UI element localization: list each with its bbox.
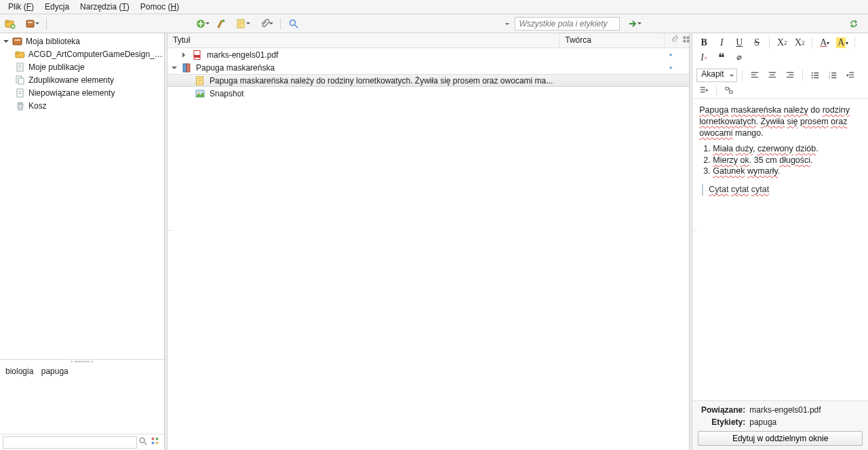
new-library-button[interactable] <box>20 16 41 31</box>
splitter-handle[interactable]: • ••••••• • <box>5 358 159 365</box>
toolbar-separator <box>812 37 812 48</box>
tag-menu-icon[interactable] <box>149 436 161 448</box>
bold-button[interactable]: B <box>696 36 711 50</box>
tags-value[interactable]: papuga <box>749 417 776 427</box>
search-mode-dropdown[interactable] <box>505 17 512 31</box>
toolbar-separator <box>46 18 47 30</box>
column-attachment-icon[interactable] <box>665 33 677 48</box>
column-creator[interactable]: Twórca <box>559 33 665 48</box>
outdent-button[interactable] <box>843 69 858 82</box>
underline-button[interactable]: U <box>732 36 747 50</box>
twisty-icon[interactable] <box>3 38 9 45</box>
twisty-icon[interactable] <box>172 63 177 73</box>
tree-item[interactable]: Moje publikacje <box>0 60 164 73</box>
related-value[interactable]: marks-engels01.pdf <box>749 405 821 415</box>
tree-item[interactable]: Zduplikowane elementy <box>0 73 164 86</box>
align-center-button[interactable] <box>765 69 780 82</box>
tag-item[interactable]: papuga <box>41 367 68 376</box>
tag-filter-input[interactable] <box>3 436 137 449</box>
library-icon <box>12 36 23 47</box>
menu-bar: Plik (F) Edycja Narzędzia (T) Pomoc (H) <box>0 0 868 14</box>
collections-tree[interactable]: Moja biblioteka ACGD_ArtComputerGameDesi… <box>0 33 164 359</box>
italic-button[interactable]: I <box>714 36 729 50</box>
svg-rect-24 <box>687 37 690 39</box>
tag-item[interactable]: biologia <box>5 367 33 376</box>
svg-text:3: 3 <box>829 76 831 79</box>
item-title: Snapshot <box>210 89 553 98</box>
svg-rect-40 <box>726 88 728 90</box>
pdf-icon <box>192 50 203 60</box>
note-list-item: Miała duży, czerwony dziób. <box>713 143 861 155</box>
search-input[interactable] <box>515 17 620 31</box>
menu-tools[interactable]: Narzędzia (T) <box>75 1 135 13</box>
column-picker-icon[interactable] <box>677 33 689 48</box>
tree-item[interactable]: Kosz <box>0 99 164 112</box>
svg-point-8 <box>290 20 296 25</box>
svg-rect-10 <box>14 39 20 41</box>
item-row[interactable]: marks-engels01.pdf ● <box>167 48 689 61</box>
twisty-icon[interactable] <box>182 50 188 60</box>
tree-label: Kosz <box>28 101 47 111</box>
tree-item[interactable]: Niepowiązane elementy <box>0 86 164 99</box>
tree-label: Zduplikowane elementy <box>28 75 114 85</box>
subscript-button[interactable]: X2 <box>774 36 789 50</box>
svg-rect-41 <box>730 91 732 94</box>
menu-help[interactable]: Pomoc (H) <box>135 1 184 13</box>
locate-button[interactable] <box>623 16 643 31</box>
tag-search-icon[interactable] <box>137 436 149 448</box>
svg-rect-28 <box>194 55 200 58</box>
numbered-list-button[interactable]: 123 <box>825 69 840 82</box>
svg-point-18 <box>140 438 144 443</box>
svg-rect-16 <box>17 89 23 97</box>
note-list-item: Mierzy ok. 35 cm długości. <box>713 155 861 166</box>
add-by-identifier-button[interactable] <box>214 16 229 31</box>
toolbar-separator <box>716 85 717 96</box>
indent-button[interactable] <box>696 83 711 97</box>
paragraph-style-select[interactable]: Akapit <box>696 69 737 82</box>
find-button[interactable] <box>722 83 736 97</box>
add-attachment-button[interactable] <box>254 16 275 31</box>
tags-label: Etykiety: <box>698 417 745 427</box>
menu-file[interactable]: Plik (F) <box>3 1 39 13</box>
svg-rect-19 <box>152 438 155 440</box>
align-right-button[interactable] <box>783 69 797 82</box>
item-list[interactable]: marks-engels01.pdf ● Papuga maskareńska … <box>167 48 689 450</box>
new-collection-button[interactable] <box>3 16 18 31</box>
tree-label: Niepowiązane elementy <box>28 88 115 98</box>
edit-in-window-button[interactable]: Edytuj w oddzielnym oknie <box>698 431 863 446</box>
superscript-button[interactable]: X2 <box>792 36 807 50</box>
align-left-button[interactable] <box>747 69 762 82</box>
note-meta: Powiązane: marks-engels01.pdf Etykiety: … <box>692 400 868 450</box>
clear-format-button[interactable]: I× <box>696 51 711 64</box>
note-pane: B I U S X2 X2 A ▾ A ▾ I× ❝ Akapit <box>692 33 868 450</box>
blockquote-button[interactable]: ❝ <box>714 51 729 64</box>
new-note-button[interactable] <box>231 16 252 31</box>
item-row[interactable]: Papuga maskareńska ● <box>167 61 689 74</box>
item-row[interactable]: Papuga maskareńska należy do rodziny lor… <box>167 74 689 87</box>
svg-rect-3 <box>26 20 34 27</box>
tree-item[interactable]: ACGD_ArtComputerGameDesign_C... <box>0 48 164 60</box>
menu-edit[interactable]: Edycja <box>39 1 75 13</box>
duplicate-icon <box>15 75 26 86</box>
strikethrough-button[interactable]: S <box>749 36 764 50</box>
publications-icon <box>15 62 26 73</box>
link-button[interactable] <box>732 51 747 64</box>
new-item-button[interactable] <box>191 16 211 31</box>
bullet-list-button[interactable] <box>808 69 823 82</box>
sync-dot-icon: ● <box>666 64 675 71</box>
column-title[interactable]: Tytuł <box>167 33 559 48</box>
sync-button[interactable] <box>846 16 861 31</box>
toolbar-separator <box>854 37 855 48</box>
advanced-search-button[interactable] <box>286 16 301 31</box>
svg-rect-4 <box>28 22 33 23</box>
svg-rect-26 <box>687 40 690 43</box>
text-color-button[interactable]: A ▾ <box>817 36 832 50</box>
tree-root[interactable]: Moja biblioteka <box>0 35 164 48</box>
note-editor[interactable]: Papuga maskareńska należy do rodziny lor… <box>692 99 868 400</box>
items-pane: Tytuł Twórca marks-engels01.pdf ● <box>167 33 690 450</box>
highlight-button[interactable]: A ▾ <box>835 36 850 50</box>
item-row[interactable]: Snapshot <box>167 87 689 100</box>
svg-rect-12 <box>16 52 19 54</box>
svg-rect-23 <box>684 37 686 39</box>
related-label: Powiązane: <box>698 405 745 415</box>
